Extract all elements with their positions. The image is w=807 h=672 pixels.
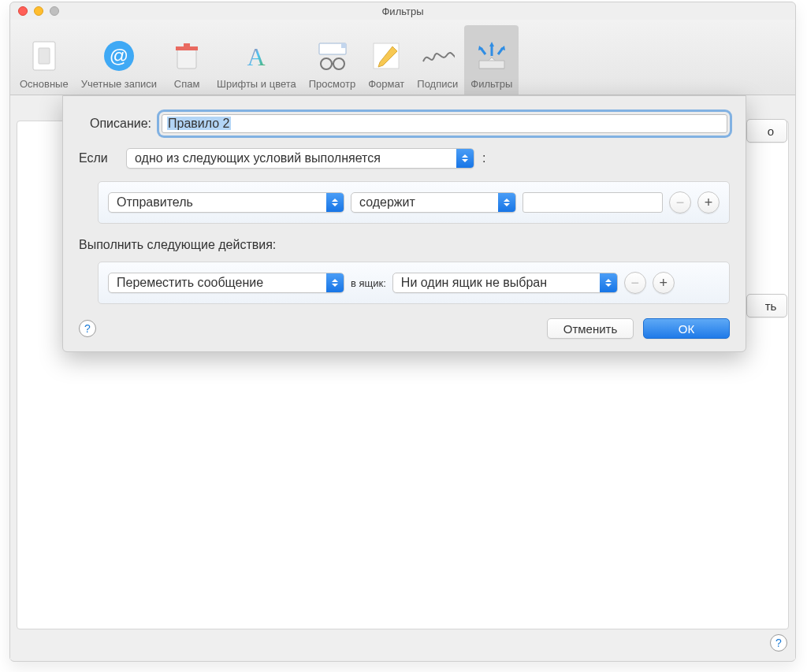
chevron-updown-icon (326, 193, 344, 212)
compose-icon (369, 39, 404, 73)
remove-condition-button[interactable]: − (669, 191, 691, 213)
condition-field-value: Отправитель (117, 195, 193, 210)
general-icon (27, 39, 61, 73)
action-mailbox-value: Ни один ящик не выбран (401, 276, 547, 290)
sheet-help-button[interactable]: ? (79, 320, 96, 337)
actions-section-label: Выполнить следующие действия: (79, 238, 730, 252)
tab-label: Фильтры (470, 78, 512, 90)
signature-icon (420, 39, 455, 73)
colon: : (482, 151, 485, 165)
chevron-updown-icon (456, 149, 474, 168)
svg-rect-5 (176, 46, 198, 50)
fonts-icon: A (239, 39, 273, 73)
chevron-updown-icon (326, 273, 344, 292)
description-input[interactable]: Правило 2 (162, 114, 727, 133)
tab-fonts-colors[interactable]: A Шрифты и цвета (210, 25, 303, 95)
tab-label: Учетные записи (81, 78, 157, 90)
add-condition-button[interactable]: + (697, 191, 720, 213)
window-title: Фильтры (381, 6, 423, 17)
svg-text:A: A (247, 43, 266, 71)
svg-rect-1 (39, 48, 50, 64)
condition-value-input[interactable] (523, 192, 663, 213)
cancel-button[interactable]: Отменить (547, 318, 634, 339)
description-value: Правило 2 (167, 117, 231, 130)
action-mailbox-dropdown[interactable]: Ни один ящик не выбран (392, 273, 618, 293)
description-label: Описание: (79, 117, 151, 131)
tab-filters[interactable]: Фильтры (464, 25, 519, 95)
tab-label: Просмотр (309, 78, 355, 90)
action-type-value: Переместить сообщение (117, 276, 263, 290)
chevron-updown-icon (498, 193, 515, 212)
window-close-icon[interactable] (18, 6, 28, 16)
ok-button[interactable]: ОК (643, 318, 730, 339)
plus-icon: + (705, 195, 713, 211)
action-row: Переместить сообщение в ящик: Ни один ящ… (98, 262, 730, 304)
window-help-button[interactable]: ? (770, 634, 787, 652)
minus-icon: − (631, 275, 640, 291)
match-mode-dropdown[interactable]: одно из следующих условий выполняется (126, 148, 474, 169)
tab-view[interactable]: Просмотр (303, 25, 362, 95)
tab-label: Шрифты и цвета (217, 78, 296, 90)
svg-rect-9 (341, 43, 346, 48)
tab-spam[interactable]: Спам (163, 25, 210, 95)
trash-icon (169, 39, 204, 73)
svg-text:@: @ (110, 45, 128, 66)
svg-point-11 (333, 58, 344, 69)
background-button-partial-1[interactable]: о (746, 119, 787, 143)
glasses-icon (314, 39, 349, 73)
remove-action-button[interactable]: − (624, 272, 646, 294)
accounts-icon: @ (102, 39, 136, 73)
tab-signatures[interactable]: Подписи (411, 25, 464, 95)
tab-accounts[interactable]: @ Учетные записи (75, 25, 163, 95)
tab-label: Основные (20, 78, 69, 90)
condition-operator-value: содержит (359, 195, 415, 210)
condition-row: Отправитель содержит − + (98, 181, 730, 224)
preferences-toolbar: Основные @ Учетные записи Спам A Шрифты … (10, 20, 795, 95)
match-mode-value: одно из следующих условий выполняется (135, 151, 381, 165)
window-minimize-icon[interactable] (34, 6, 43, 16)
chevron-updown-icon (600, 273, 617, 292)
condition-operator-dropdown[interactable]: содержит (351, 192, 516, 213)
svg-rect-4 (177, 50, 196, 69)
background-button-partial-2[interactable]: ть (746, 294, 787, 317)
to-mailbox-label: в ящик: (351, 277, 386, 289)
help-icon: ? (775, 637, 782, 649)
tab-label: Формат (368, 78, 404, 90)
if-label: Если (79, 151, 118, 165)
svg-point-10 (321, 58, 332, 69)
action-type-dropdown[interactable]: Переместить сообщение (108, 273, 344, 293)
minus-icon: − (676, 195, 685, 211)
tab-format[interactable]: Формат (362, 25, 411, 95)
plus-icon: + (660, 275, 668, 291)
window-zoom-icon[interactable] (50, 6, 59, 16)
tab-label: Спам (174, 78, 200, 90)
rule-edit-sheet: Описание: Правило 2 Если одно из следующ… (62, 95, 746, 352)
tab-label: Подписи (417, 78, 458, 90)
tab-general[interactable]: Основные (13, 25, 75, 95)
help-icon: ? (84, 322, 91, 335)
svg-marker-15 (479, 61, 504, 69)
svg-marker-16 (489, 42, 494, 46)
svg-rect-6 (184, 43, 190, 46)
condition-field-dropdown[interactable]: Отправитель (108, 192, 344, 213)
filters-icon (474, 39, 509, 73)
add-action-button[interactable]: + (653, 272, 675, 294)
